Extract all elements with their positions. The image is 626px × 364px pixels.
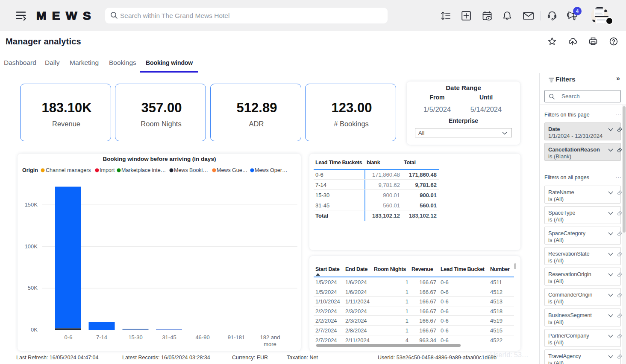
svg-text:15-30: 15-30 xyxy=(128,334,142,341)
svg-text:Mews Gue…: Mews Gue… xyxy=(217,167,247,173)
svg-text:0-6: 0-6 xyxy=(65,334,73,341)
svg-text:Mews Oper…: Mews Oper… xyxy=(255,167,287,173)
svg-text:91-181: 91-181 xyxy=(228,334,245,341)
svg-text:Marketplace inte…: Marketplace inte… xyxy=(121,167,166,173)
svg-text:Origin: Origin xyxy=(22,167,38,173)
svg-text:Booking window before arriving: Booking window before arriving (in days) xyxy=(103,156,216,162)
svg-text:50K: 50K xyxy=(28,285,38,291)
svg-text:0K: 0K xyxy=(31,326,38,333)
svg-text:31-45: 31-45 xyxy=(162,334,176,341)
svg-text:Mews Booki…: Mews Booki… xyxy=(174,167,208,173)
svg-text:7-14: 7-14 xyxy=(96,334,107,341)
svg-text:100K: 100K xyxy=(25,243,38,250)
svg-text:46-90: 46-90 xyxy=(195,334,209,341)
svg-text:Import: Import xyxy=(100,167,115,173)
svg-text:150K: 150K xyxy=(25,201,38,208)
svg-text:182 and: 182 and xyxy=(260,334,280,341)
svg-text:Channel managers: Channel managers xyxy=(46,167,91,173)
svg-text:more: more xyxy=(264,341,276,347)
